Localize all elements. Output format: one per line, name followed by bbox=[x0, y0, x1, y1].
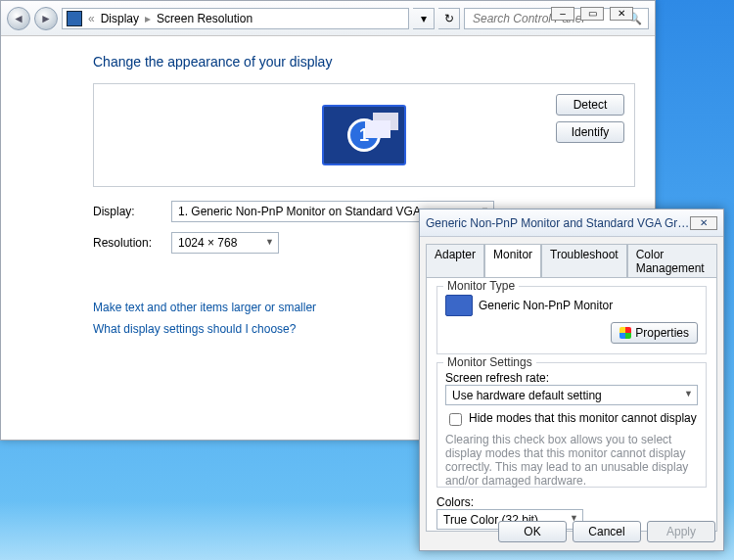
dialog-button-row: OK Cancel Apply bbox=[498, 521, 715, 542]
monitor-type-name: Generic Non-PnP Monitor bbox=[479, 299, 613, 312]
breadcrumb-arrow-icon: ▸ bbox=[145, 12, 151, 25]
breadcrumb-root[interactable]: Display bbox=[101, 12, 139, 25]
monitor-icon bbox=[445, 295, 473, 316]
dialog-title: Generic Non-PnP Monitor and Standard VGA… bbox=[426, 216, 690, 230]
monitor-type-group: Monitor Type Generic Non-PnP Monitor Pro… bbox=[436, 286, 707, 354]
identify-button[interactable]: Identify bbox=[556, 121, 624, 143]
tab-panel-monitor: Monitor Type Generic Non-PnP Monitor Pro… bbox=[426, 277, 717, 532]
monitor-number: 1 bbox=[347, 118, 381, 152]
resolution-label: Resolution: bbox=[93, 236, 171, 250]
refresh-rate-label: Screen refresh rate: bbox=[445, 371, 698, 385]
refresh-button[interactable]: ↻ bbox=[438, 8, 460, 29]
page-title: Change the appearance of your display bbox=[93, 54, 635, 70]
maximize-button[interactable]: ▭ bbox=[580, 7, 604, 21]
refresh-rate-dropdown[interactable]: Use hardware default setting ▼ bbox=[445, 385, 698, 405]
display-value: 1. Generic Non-PnP Monitor on Standard V… bbox=[178, 205, 421, 218]
hide-modes-checkbox[interactable] bbox=[449, 413, 462, 426]
display-preview-box: 1 Detect Identify bbox=[93, 83, 635, 187]
dialog-titlebar[interactable]: Generic Non-PnP Monitor and Standard VGA… bbox=[420, 210, 723, 237]
refresh-icon: ↻ bbox=[444, 12, 454, 25]
colors-label: Colors: bbox=[436, 495, 707, 509]
tab-strip: Adapter Monitor Troubleshoot Color Manag… bbox=[420, 237, 723, 277]
resolution-value: 1024 × 768 bbox=[178, 236, 237, 250]
properties-button[interactable]: Properties bbox=[611, 322, 698, 344]
monitor-preview-icon[interactable]: 1 bbox=[322, 105, 406, 165]
back-icon: ◄ bbox=[13, 12, 24, 25]
resolution-dropdown[interactable]: 1024 × 768 ▼ bbox=[171, 232, 279, 254]
breadcrumb-sep-icon: « bbox=[88, 12, 95, 25]
display-label: Display: bbox=[93, 205, 171, 218]
apply-button[interactable]: Apply bbox=[647, 521, 715, 542]
forward-icon: ► bbox=[40, 12, 52, 25]
address-bar[interactable]: « Display ▸ Screen Resolution bbox=[62, 8, 409, 29]
close-button[interactable]: ✕ bbox=[610, 7, 633, 21]
detect-button[interactable]: Detect bbox=[556, 94, 624, 116]
tab-color-management[interactable]: Color Management bbox=[627, 244, 717, 278]
cancel-button[interactable]: Cancel bbox=[573, 521, 641, 542]
monitor-properties-dialog: Generic Non-PnP Monitor and Standard VGA… bbox=[419, 209, 724, 551]
hide-modes-checkbox-row[interactable]: Hide modes that this monitor cannot disp… bbox=[445, 411, 698, 429]
address-dropdown-button[interactable]: ▾ bbox=[413, 8, 435, 29]
hide-modes-hint: Clearing this check box allows you to se… bbox=[445, 433, 698, 488]
back-button[interactable]: ◄ bbox=[7, 7, 30, 30]
refresh-rate-value: Use hardware default setting bbox=[452, 389, 602, 402]
minimize-button[interactable]: – bbox=[551, 7, 574, 21]
forward-button[interactable]: ► bbox=[34, 7, 58, 30]
tab-monitor[interactable]: Monitor bbox=[484, 244, 541, 278]
monitor-settings-group: Monitor Settings Screen refresh rate: Us… bbox=[436, 362, 707, 488]
monitor-settings-legend: Monitor Settings bbox=[443, 355, 536, 369]
display-icon bbox=[67, 11, 82, 26]
tab-troubleshoot[interactable]: Troubleshoot bbox=[541, 244, 627, 278]
chevron-down-icon: ▼ bbox=[265, 237, 274, 247]
window-controls: – ▭ ✕ bbox=[551, 7, 633, 21]
dialog-close-button[interactable]: ✕ bbox=[690, 216, 717, 230]
properties-button-label: Properties bbox=[635, 326, 689, 340]
uac-shield-icon bbox=[619, 327, 631, 339]
monitor-type-legend: Monitor Type bbox=[443, 279, 519, 293]
tab-adapter[interactable]: Adapter bbox=[426, 244, 484, 278]
hide-modes-label: Hide modes that this monitor cannot disp… bbox=[469, 411, 697, 425]
ok-button[interactable]: OK bbox=[498, 521, 567, 542]
chevron-down-icon: ▼ bbox=[684, 389, 693, 398]
breadcrumb-page[interactable]: Screen Resolution bbox=[157, 12, 252, 25]
